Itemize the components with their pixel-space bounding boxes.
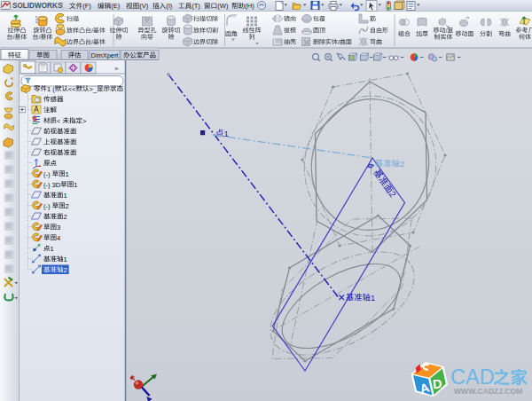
svg-text:(V): (V) [139, 2, 149, 10]
svg-text:/: / [91, 28, 93, 34]
svg-text:3: 3 [57, 224, 60, 232]
svg-text:/: / [446, 28, 448, 34]
svg-text:(-): (-) [43, 170, 51, 178]
svg-text:(E): (E) [111, 2, 121, 10]
svg-text:(-) 3D: (-) 3D [43, 181, 61, 189]
svg-text:1: 1 [51, 245, 54, 253]
svg-text:2: 2 [64, 266, 67, 274]
svg-text:D: D [432, 376, 442, 391]
svg-text:>_: >_ [90, 85, 98, 93]
svg-text:(F): (F) [82, 2, 91, 10]
svg-text:1: 1 [74, 181, 77, 189]
svg-text:(-): (-) [43, 202, 51, 210]
svg-text:2: 2 [66, 202, 69, 210]
svg-text:/: / [91, 39, 93, 45]
svg-text:DimXpert: DimXpert [91, 51, 119, 59]
svg-text:<: < [57, 117, 61, 125]
svg-text:1: 1 [64, 256, 67, 263]
svg-text:/: / [39, 34, 41, 40]
svg-text:>: > [82, 117, 87, 125]
svg-text:/: / [13, 34, 15, 40]
svg-text:2: 2 [400, 160, 404, 169]
svg-text:1 (: 1 ( [47, 85, 55, 93]
svg-text:(T): (T) [192, 2, 200, 10]
svg-text:/: / [338, 39, 340, 45]
svg-text:1: 1 [64, 192, 67, 200]
svg-text:(I): (I) [166, 2, 173, 10]
svg-text:<<: << [68, 85, 76, 93]
svg-text:SOLIDWORKS: SOLIDWORKS [12, 2, 63, 10]
svg-text:WWW.CADZJ.COM: WWW.CADZJ.COM [454, 387, 522, 396]
svg-text:CAD: CAD [450, 366, 495, 389]
svg-text:(H): (H) [245, 2, 254, 10]
svg-text:2: 2 [64, 213, 67, 221]
svg-text:(W): (W) [217, 2, 229, 10]
svg-text:»: » [114, 65, 119, 73]
svg-text:1: 1 [371, 294, 375, 303]
svg-text:1: 1 [66, 170, 69, 178]
svg-text:4: 4 [57, 234, 60, 242]
